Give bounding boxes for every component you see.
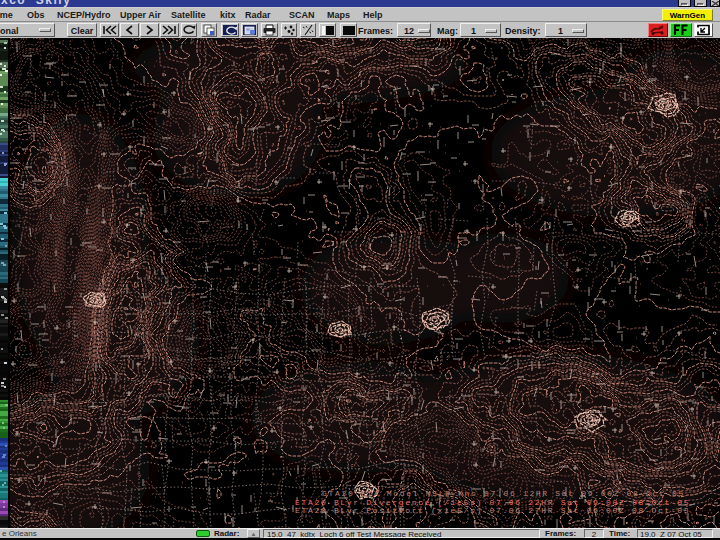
- svg-text:GTA20 ETA Model MSLP Kno 07.0: GTA20 ETA Model MSLP Kno 07.06 12HR Sat …: [322, 489, 685, 498]
- svg-text:ETA20 BLyr PositVort (x1e5/s): ETA20 BLyr PositVort (x1e5/s) 07.06 27HR…: [295, 506, 690, 515]
